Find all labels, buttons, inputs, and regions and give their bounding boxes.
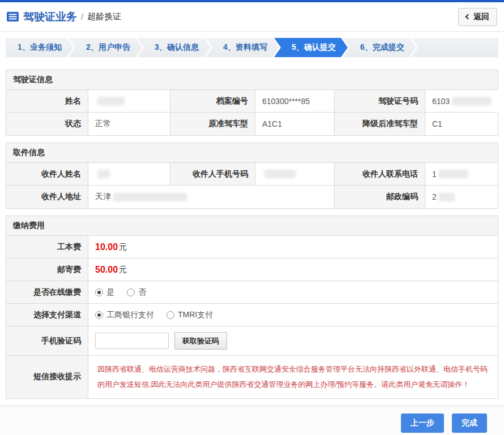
postal-code-label: 邮政编码 bbox=[335, 186, 425, 208]
name-label: 姓名 bbox=[6, 90, 88, 112]
online-pay-no-option[interactable]: 否 bbox=[127, 287, 146, 298]
radio-unselected-icon[interactable] bbox=[127, 288, 135, 296]
table-row: 收件人姓名 收件人手机号码 收件人联系电话 1 bbox=[6, 163, 498, 186]
file-number-value: 610300****85 bbox=[255, 90, 335, 112]
license-services-icon bbox=[7, 12, 19, 21]
table-row: 手机验证码 获取验证码 bbox=[6, 326, 498, 356]
work-fee-label: 工本费 bbox=[6, 236, 88, 258]
chevron-left-icon bbox=[465, 14, 471, 20]
back-button[interactable]: 返回 bbox=[458, 8, 497, 26]
back-button-label: 返回 bbox=[473, 12, 489, 22]
breadcrumb: 驾驶证业务 / 超龄换证 bbox=[7, 10, 121, 24]
mail-fee-amount: 50.00 bbox=[95, 265, 118, 275]
step-2-user-declaration: 2、用户申告 bbox=[69, 38, 142, 57]
radio-unselected-icon[interactable] bbox=[166, 311, 174, 319]
pickup-info-section-title: 取件信息 bbox=[6, 143, 498, 163]
step-5-confirm-submit-active: 5、确认提交 bbox=[274, 38, 348, 57]
page-header: 驾驶证业务 / 超龄换证 返回 bbox=[0, 2, 504, 32]
mail-fee-unit: 元 bbox=[119, 265, 127, 275]
step-3-confirm-info: 3、确认信息 bbox=[137, 38, 211, 57]
table-row: 工本费 10.00 元 bbox=[6, 236, 498, 259]
table-row: 短信接收提示 因陕西省联通、电信运营商技术问题，陕西省互联网交通安全综合服务管理… bbox=[6, 356, 498, 398]
wizard-footer: 上一步 完成 bbox=[0, 406, 504, 435]
step-label: 3、确认信息 bbox=[155, 42, 199, 53]
payment-section: 缴纳费用 工本费 10.00 元 邮寄费 50.00 元 是否在线缴费 是 否 … bbox=[6, 216, 498, 399]
license-number-text: 6103 bbox=[432, 97, 450, 106]
mail-fee-value: 50.00 元 bbox=[88, 259, 498, 281]
recipient-address-value: 天津 bbox=[88, 186, 335, 208]
table-row: 选择支付渠道 工商银行支付 TMRI支付 bbox=[6, 304, 498, 326]
step-label: 5、确认提交 bbox=[292, 42, 336, 53]
name-value bbox=[88, 90, 170, 112]
recipient-mobile-label: 收件人手机号码 bbox=[170, 163, 255, 185]
breadcrumb-separator: / bbox=[81, 12, 83, 21]
mail-fee-label: 邮寄费 bbox=[6, 259, 88, 281]
status-label: 状态 bbox=[6, 113, 88, 135]
redacted-blur bbox=[113, 193, 187, 201]
table-row: 是否在线缴费 是 否 bbox=[6, 281, 498, 304]
step-label: 2、用户申告 bbox=[86, 42, 130, 53]
redacted-blur bbox=[452, 97, 492, 105]
step-progress-bar: 1、业务须知 2、用户申告 3、确认信息 4、资料填写 5、确认提交 6、完成提… bbox=[6, 38, 498, 57]
page-title: 驾驶证业务 bbox=[23, 10, 77, 24]
downgraded-class-label: 降级后准驾车型 bbox=[335, 113, 425, 135]
work-fee-amount: 10.00 bbox=[95, 242, 118, 252]
table-row: 状态 正常 原准驾车型 A1C1 降级后准驾车型 C1 bbox=[6, 113, 498, 135]
redacted-blur bbox=[439, 170, 468, 178]
sms-tip-cell: 因陕西省联通、电信运营商技术问题，陕西省互联网交通安全综合服务管理平台无法向持陕… bbox=[88, 356, 498, 398]
step-6-complete-submit: 6、完成提交 bbox=[343, 38, 416, 57]
license-number-value: 6103 bbox=[425, 90, 498, 112]
recipient-address-label: 收件人地址 bbox=[6, 186, 88, 208]
recipient-name-label: 收件人姓名 bbox=[6, 163, 88, 185]
channel-tmri-option[interactable]: TMRI支付 bbox=[166, 310, 213, 320]
sms-tip-text: 因陕西省联通、电信运营商技术问题，陕西省互联网交通安全综合服务管理平台无法向持陕… bbox=[97, 361, 489, 393]
table-row: 收件人地址 天津 邮政编码 2 bbox=[6, 186, 498, 208]
recipient-address-text: 天津 bbox=[95, 192, 111, 202]
payment-section-title: 缴纳费用 bbox=[6, 216, 498, 236]
recipient-phone-text: 1 bbox=[432, 170, 437, 179]
sms-code-input[interactable] bbox=[95, 333, 169, 349]
pickup-info-section: 取件信息 收件人姓名 收件人手机号码 收件人联系电话 1 收件人地址 天津 邮政… bbox=[6, 143, 498, 209]
get-code-button[interactable]: 获取验证码 bbox=[174, 332, 227, 350]
sms-code-field: 获取验证码 bbox=[88, 326, 498, 355]
channel-icbc-option[interactable]: 工商银行支付 bbox=[95, 310, 154, 320]
radio-selected-icon[interactable] bbox=[95, 288, 103, 296]
channel-tmri-label: TMRI支付 bbox=[178, 310, 213, 320]
channel-icbc-label: 工商银行支付 bbox=[106, 310, 154, 320]
redacted-blur bbox=[97, 97, 125, 105]
online-pay-label: 是否在线缴费 bbox=[6, 281, 88, 303]
sms-tip-label: 短信接收提示 bbox=[6, 356, 88, 398]
online-pay-no-label: 否 bbox=[138, 287, 146, 298]
finish-button[interactable]: 完成 bbox=[452, 414, 487, 433]
file-number-label: 档案编号 bbox=[170, 90, 255, 112]
redacted-blur bbox=[439, 193, 455, 201]
online-pay-options: 是 否 bbox=[88, 281, 498, 303]
license-info-section-title: 驾驶证信息 bbox=[6, 70, 498, 90]
step-bar-filler bbox=[411, 38, 498, 57]
recipient-phone-value: 1 bbox=[425, 163, 498, 185]
table-row: 姓名 档案编号 610300****85 驾驶证号码 6103 bbox=[6, 90, 498, 113]
previous-step-button[interactable]: 上一步 bbox=[401, 414, 444, 433]
redacted-blur bbox=[97, 170, 110, 178]
postal-code-text: 2 bbox=[432, 192, 437, 201]
status-value: 正常 bbox=[88, 113, 170, 135]
breadcrumb-current: 超龄换证 bbox=[87, 11, 121, 22]
step-1-business-notice: 1、业务须知 bbox=[6, 38, 74, 57]
downgraded-class-value: C1 bbox=[425, 113, 498, 135]
recipient-name-value bbox=[88, 163, 170, 185]
online-pay-yes-option[interactable]: 是 bbox=[95, 287, 114, 298]
radio-selected-icon[interactable] bbox=[95, 311, 103, 319]
redacted-blur bbox=[264, 170, 296, 178]
sms-code-label: 手机验证码 bbox=[6, 326, 88, 355]
recipient-phone-label: 收件人联系电话 bbox=[335, 163, 425, 185]
postal-code-value: 2 bbox=[425, 186, 498, 208]
pay-channel-label: 选择支付渠道 bbox=[6, 304, 88, 326]
table-row: 邮寄费 50.00 元 bbox=[6, 259, 498, 281]
original-class-value: A1C1 bbox=[255, 113, 335, 135]
recipient-mobile-value bbox=[255, 163, 335, 185]
license-info-section: 驾驶证信息 姓名 档案编号 610300****85 驾驶证号码 6103 状态… bbox=[6, 70, 498, 136]
online-pay-yes-label: 是 bbox=[106, 287, 114, 298]
work-fee-value: 10.00 元 bbox=[88, 236, 498, 258]
step-4-fill-materials: 4、资料填写 bbox=[206, 38, 279, 57]
step-label: 6、完成提交 bbox=[360, 42, 404, 53]
